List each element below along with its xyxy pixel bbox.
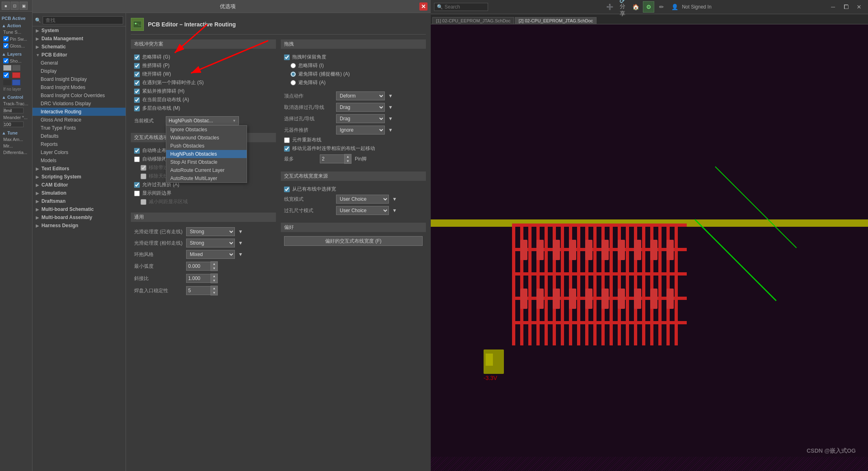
tab-1[interactable]: [1] 02-CPU_EEPROM_JTAG.SchDoc [432, 17, 514, 24]
select-select[interactable]: Drag Move [336, 114, 385, 123]
check-auto-terminate-input[interactable] [134, 148, 140, 154]
radio-avoid2-input[interactable] [291, 80, 296, 85]
track-trac[interactable]: Track-Trac... [2, 100, 30, 107]
preference-btn[interactable]: 偏好的交互式布线宽度 (F) [284, 236, 423, 246]
pad-entry-up[interactable]: ▲ [211, 286, 217, 291]
gloss-checkbox[interactable] [3, 43, 9, 48]
check-show-clearance-input[interactable] [134, 191, 140, 196]
dropdown-autoroute-current[interactable]: AutoRoute Current Layer [166, 166, 247, 174]
dropdown-walkaround[interactable]: Walkaround Obstacles [166, 134, 247, 142]
nav-interactive-routing[interactable]: Interactive Routing [33, 108, 126, 116]
nav-true-type-fonts[interactable]: True Type Fonts [33, 124, 126, 132]
nav-harness-design[interactable]: ▶ Harness Design [33, 221, 126, 230]
user-btn[interactable]: 👤 [669, 1, 680, 13]
line-width-mode-select[interactable]: User Choice Rule Minimum Rule Preferred … [336, 195, 389, 204]
nav-cam-editor[interactable]: ▶ CAM Editor [33, 181, 126, 189]
close-btn[interactable]: ✕ [853, 1, 865, 13]
edit-btn[interactable]: ✏ [656, 1, 667, 13]
nav-text-editors[interactable]: ▶ Text Editors [33, 165, 126, 173]
icon-btn-2[interactable]: ⊡ [11, 2, 19, 10]
pin-sw-checkbox[interactable] [3, 36, 9, 41]
settings-btn[interactable]: ⚙ [643, 1, 654, 13]
layer-color-blue[interactable] [12, 80, 20, 85]
move-with-traces-input[interactable] [284, 146, 290, 152]
nav-general[interactable]: General [33, 59, 126, 67]
max-down[interactable]: ▼ [345, 159, 351, 163]
nav-layer-colors[interactable]: Layer Colors [33, 148, 126, 156]
pad-entry-input[interactable] [186, 286, 210, 295]
component-push-select[interactable]: Ignore Avoid Push [336, 126, 385, 135]
nav-display[interactable]: Display [33, 67, 126, 75]
check-stop-input[interactable] [134, 80, 140, 86]
share-btn[interactable]: 🔗 分享 [617, 1, 628, 13]
max-am[interactable]: Max Am... [2, 136, 30, 143]
differential-item[interactable]: Differentia... [2, 149, 30, 156]
track-width-input[interactable] [3, 108, 24, 113]
nav-system[interactable]: ▶ System [33, 26, 126, 35]
nav-board-insight-color[interactable]: Board Insight Color Overrides [33, 91, 126, 100]
nav-data-management[interactable]: ▶ Data Management [33, 35, 126, 43]
min-arc-up[interactable]: ▲ [211, 262, 217, 266]
from-existing-input[interactable] [284, 187, 290, 192]
check-reduce-clearance-input[interactable] [141, 199, 146, 205]
layer-color-1[interactable] [3, 65, 11, 71]
nav-search-input[interactable] [43, 16, 123, 24]
check-hug-push-input[interactable] [134, 89, 140, 94]
layer-color-red[interactable] [12, 72, 20, 78]
via-size-mode-select[interactable]: User Choice Rule Minimum Rule Preferred … [336, 206, 389, 215]
pad-entry-down[interactable]: ▼ [211, 291, 217, 295]
layer-checkbox[interactable] [3, 72, 9, 78]
check-remove-dangling-input[interactable] [141, 174, 146, 179]
nav-multi-board-assembly[interactable]: ▶ Multi-board Assembly [33, 213, 126, 221]
right-search-input[interactable] [445, 4, 485, 10]
meander-item[interactable]: Meander *... [2, 114, 30, 121]
minimize-btn[interactable]: ─ [827, 1, 839, 13]
check-walkaround-input[interactable] [134, 72, 140, 77]
slope-up[interactable]: ▲ [211, 274, 217, 278]
icon-btn-1[interactable]: ■ [2, 2, 10, 10]
meander-input[interactable] [3, 122, 24, 127]
add-btn[interactable]: ➕ [604, 1, 615, 13]
pin-sw-item[interactable]: Pin Sw... [2, 35, 30, 42]
check-auto-remove-input[interactable] [134, 156, 140, 162]
max-input[interactable] [320, 154, 344, 163]
nav-pcb-editor[interactable]: ▼ PCB Editor [33, 51, 126, 59]
nav-simulation[interactable]: ▶ Simulation [33, 189, 126, 197]
dialog-close-button[interactable]: ✕ [419, 2, 427, 11]
nav-defaults[interactable]: Defaults [33, 132, 126, 140]
dropdown-hugnpush[interactable]: HugNPush Obstacles [166, 150, 247, 158]
dropdown-stop-first[interactable]: Stop At First Obstacle [166, 158, 247, 166]
nav-reports[interactable]: Reports [33, 140, 126, 148]
max-up[interactable]: ▲ [345, 154, 351, 159]
loop-style-select[interactable]: Mixed 90 Degrees 45 Degrees Any Angle [186, 250, 235, 259]
nav-scripting[interactable]: ▶ Scripting System [33, 173, 126, 181]
nav-models[interactable]: Models [33, 156, 126, 165]
slope-down[interactable]: ▼ [211, 278, 217, 283]
home-btn[interactable]: 🏠 [630, 1, 641, 13]
min-arc-down[interactable]: ▼ [211, 266, 217, 271]
check-auto-multi-input[interactable] [134, 106, 140, 111]
nav-board-insight-display[interactable]: Board Insight Display [33, 75, 126, 83]
check-ignore-input[interactable] [134, 54, 140, 60]
tab-2[interactable]: [2] 02-CPU_EEPROM_JTAG.SchDoc [515, 17, 597, 24]
mode-dropdown[interactable]: HugNPush Obstac... ▼ [166, 116, 239, 125]
check-allow-push-vias-input[interactable] [134, 182, 140, 188]
dropdown-push-obs[interactable]: Push Obstacles [166, 142, 247, 150]
mir-item[interactable]: Mir... [2, 143, 30, 149]
radio-ignore-input[interactable] [291, 63, 296, 68]
deselect-select[interactable]: Drag Move [336, 103, 385, 112]
smooth-existing-select[interactable]: Strong Weak Off [186, 227, 235, 236]
check-auto-current-input[interactable] [134, 97, 140, 103]
check-push-input[interactable] [134, 63, 140, 69]
smooth-adjacent-select[interactable]: Strong Weak Off [186, 239, 235, 247]
nav-multi-board-schematic[interactable]: ▶ Multi-board Schematic [33, 205, 126, 213]
nav-board-insight-modes[interactable]: Board Insight Modes [33, 83, 126, 91]
restore-btn[interactable]: ⧠ [840, 1, 852, 13]
icon-btn-3[interactable]: ▣ [20, 2, 28, 10]
min-arc-input[interactable] [186, 262, 210, 271]
show-item[interactable]: Sho... [2, 57, 30, 64]
nav-schematic[interactable]: ▶ Schematic [33, 43, 126, 51]
dropdown-ignore[interactable]: Ignore Obstacles [166, 126, 247, 134]
show-checkbox[interactable] [3, 58, 9, 63]
nav-draftsman[interactable]: ▶ Draftsman [33, 197, 126, 205]
